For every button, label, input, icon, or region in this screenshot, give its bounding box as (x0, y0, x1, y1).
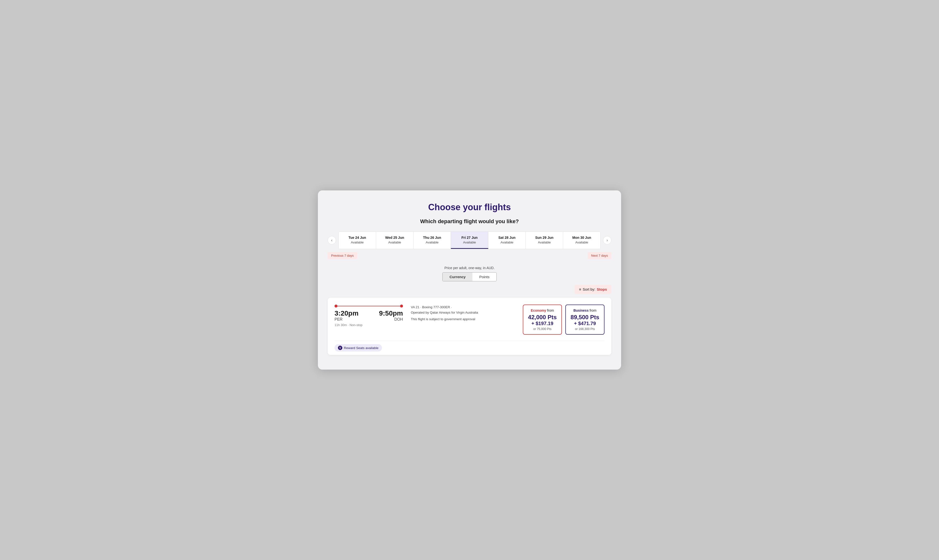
price-toggle-group: Currency Points (442, 272, 497, 282)
arrive-info: 9:50pm DOH (379, 309, 403, 322)
date-selector: ‹ Tue 24 Jun Available Wed 25 Jun Availa… (328, 231, 611, 249)
economy-plus-price: + $197.19 (528, 321, 557, 326)
depart-info: 3:20pm PER (334, 309, 359, 322)
price-info-text: Price per adult, one-way, in AUD. (328, 266, 611, 270)
days-nav-row: Previous 7 days Next 7 days (328, 252, 611, 259)
flight-number: VA 21 (411, 305, 419, 309)
flight-times: 3:20pm PER 9:50pm DOH 11h 30m · Non-stop (334, 305, 403, 327)
next-date-btn[interactable]: › (603, 236, 611, 245)
flight-pricing: Economy from 42,000 Pts + $197.19 or 75,… (523, 305, 605, 335)
prev-date-btn[interactable]: ‹ (328, 236, 336, 245)
economy-class-name: Economy (531, 308, 546, 312)
reward-label: Reward Seats available (344, 346, 379, 350)
currency-toggle-btn[interactable]: Currency (443, 272, 473, 281)
sort-value: Stops (597, 287, 607, 291)
page-title: Choose your flights (328, 202, 611, 212)
flight-notice: This flight is subject to government app… (411, 317, 515, 322)
next-7-days-btn[interactable]: Next 7 days (588, 252, 611, 259)
date-tab-tue-24[interactable]: Tue 24 Jun Available (339, 232, 376, 249)
stops: Non-stop (349, 323, 362, 327)
points-toggle-btn[interactable]: Points (473, 272, 496, 281)
prev-7-days-btn[interactable]: Previous 7 days (328, 252, 357, 259)
main-window: Choose your flights Which departing flig… (318, 191, 621, 369)
business-class-name: Business (573, 308, 589, 312)
arrive-time: 9:50pm (379, 309, 403, 317)
flight-card: 3:20pm PER 9:50pm DOH 11h 30m · Non-stop (328, 298, 611, 355)
flight-main: 3:20pm PER 9:50pm DOH 11h 30m · Non-stop (334, 305, 605, 340)
arrive-dot (400, 305, 403, 308)
page-subtitle: Which departing flight would you like? (328, 218, 611, 225)
operator: Operated by Qatar Airways for Virgin Aus… (411, 310, 515, 315)
economy-pts: 42,000 Pts (528, 314, 557, 321)
date-tab-mon-30[interactable]: Mon 30 Jun Available (563, 232, 600, 249)
route-line-graphic (334, 305, 403, 308)
flight-number-aircraft: VA 21 · Boeing 777-300ER · (411, 305, 515, 310)
economy-or-pts: or 75,000 Pts (528, 327, 557, 331)
business-from-label: from (590, 308, 596, 312)
price-info: Price per adult, one-way, in AUD. Curren… (328, 266, 611, 282)
aircraft: Boeing 777-300ER (422, 305, 450, 309)
duration-info: 11h 30m · Non-stop (334, 323, 403, 327)
economy-title: Economy from (528, 308, 557, 312)
date-tabs: Tue 24 Jun Available Wed 25 Jun Availabl… (339, 231, 600, 249)
times-row: 3:20pm PER 9:50pm DOH (334, 309, 403, 322)
date-tab-wed-25[interactable]: Wed 25 Jun Available (376, 232, 414, 249)
reward-banner: V Reward Seats available (334, 340, 605, 355)
reward-badge: V Reward Seats available (334, 344, 382, 351)
depart-code: PER (334, 317, 359, 322)
flight-details: VA 21 · Boeing 777-300ER · Operated by Q… (411, 305, 515, 322)
duration: 11h 30m (334, 323, 347, 327)
arrive-code: DOH (379, 317, 403, 322)
sort-label: Sort by: (583, 287, 596, 291)
business-pts: 89,500 Pts (570, 314, 600, 321)
depart-time: 3:20pm (334, 309, 359, 317)
route-line (337, 306, 400, 306)
date-tab-sun-29[interactable]: Sun 29 Jun Available (526, 232, 563, 249)
sort-button[interactable]: ≡ Sort by: Stops (575, 285, 611, 294)
depart-dot (334, 305, 337, 308)
business-plus-price: + $471.79 (570, 321, 600, 326)
date-tab-sat-28[interactable]: Sat 28 Jun Available (488, 232, 526, 249)
business-title: Business from (570, 308, 600, 312)
business-or-pts: or 168,300 Pts (570, 327, 600, 331)
business-price-card[interactable]: Business from 89,500 Pts + $471.79 or 16… (565, 305, 605, 335)
sort-row: ≡ Sort by: Stops (328, 285, 611, 294)
sort-icon: ≡ (579, 287, 581, 291)
economy-price-card[interactable]: Economy from 42,000 Pts + $197.19 or 75,… (523, 305, 562, 335)
economy-from-label: from (547, 308, 554, 312)
date-tab-fri-27[interactable]: Fri 27 Jun Available (451, 232, 488, 249)
date-tab-thu-26[interactable]: Thu 26 Jun Available (414, 232, 451, 249)
reward-icon: V (338, 346, 342, 350)
